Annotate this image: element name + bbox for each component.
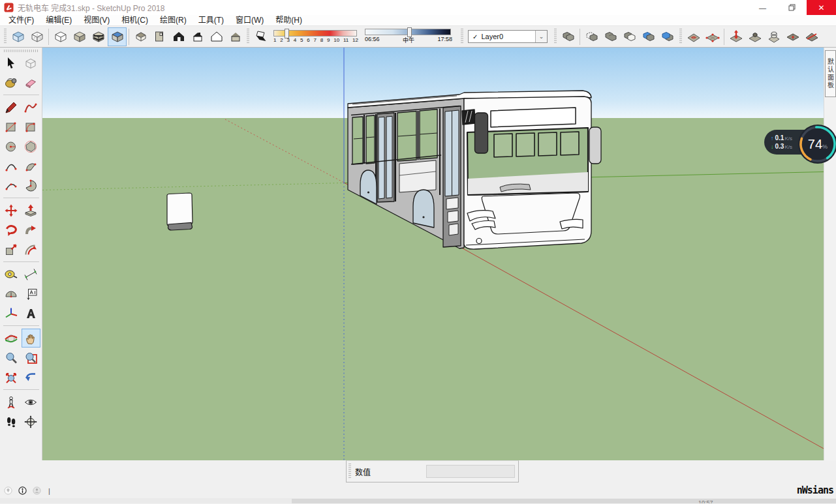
text-tool-button[interactable] [22,284,40,303]
position-camera-tool-button[interactable] [2,393,21,411]
shadow-date-slider[interactable]: 123456789101112 [273,30,358,43]
3d-text-tool-button[interactable] [22,304,40,323]
make-component-tool-button[interactable] [22,53,40,72]
rectangle-tool-button[interactable] [2,117,21,136]
time-slider-handle[interactable] [407,27,412,37]
sandbox-stamp-button[interactable] [745,27,764,46]
zoom-extents-tool-button[interactable] [2,368,21,387]
eraser-tool-button[interactable] [22,73,40,92]
solid-intersect-button[interactable] [582,27,601,46]
layer-dropdown[interactable]: ✓ Layer0 ⌄ [468,30,548,43]
section-plane-tool-button[interactable] [22,412,40,431]
viewport[interactable] [42,48,824,460]
push-pull-tool-button[interactable] [22,201,40,220]
menu-item[interactable]: 窗口(W) [230,15,270,26]
tape-measure-tool-button[interactable] [2,265,21,284]
style-back-edges-button[interactable] [27,27,46,46]
close-button[interactable]: ✕ [807,0,836,15]
menu-item[interactable]: 工具(T) [193,15,230,26]
move-tool-button[interactable] [2,201,21,220]
two-point-arc-tool-button[interactable] [22,156,40,175]
style-shaded-textures-button[interactable] [89,27,108,46]
view-right-button[interactable] [188,27,207,46]
freehand-tool-button[interactable] [22,98,40,117]
solid-split-button[interactable] [658,27,677,46]
sandbox-from-contours-button[interactable] [684,27,703,46]
sandbox-add-detail-button[interactable] [783,27,802,46]
date-slider-handle[interactable] [285,29,289,38]
solid-outer-shell-button[interactable] [559,27,578,46]
protractor-tool-button[interactable] [2,284,21,303]
layer-dropdown-chevron-icon[interactable]: ⌄ [535,31,547,42]
look-around-tool-button[interactable] [22,393,40,411]
scale-tool-button[interactable] [2,240,21,259]
menu-item[interactable]: 编辑(E) [40,15,78,26]
toolbar-grip[interactable] [4,29,7,44]
polygon-tool-button[interactable] [22,137,40,156]
zoom-window-tool-button[interactable] [22,348,40,367]
view-front-button[interactable] [169,27,188,46]
toolbar-grip[interactable] [461,29,463,44]
shadows-toggle-button[interactable] [251,27,270,46]
geolocation-icon[interactable] [4,486,12,495]
small-panel-object[interactable] [167,193,193,230]
date-tick-label: 2 [280,37,283,43]
sandbox-from-scratch-button[interactable] [703,27,722,46]
view-top-button[interactable] [150,27,169,46]
style-shaded-button[interactable] [70,27,89,46]
paint-bucket-tool-button[interactable] [2,73,21,92]
measurements-grip[interactable] [348,464,351,479]
menu-item[interactable]: 视图(V) [78,15,116,26]
rotated-rectangle-tool-button[interactable] [22,117,40,136]
measurements-input[interactable] [426,465,515,478]
style-wireframe-button[interactable] [51,27,70,46]
sandbox-flip-edge-button[interactable] [802,27,821,46]
arc-tool-button[interactable] [2,156,21,175]
minimize-button[interactable]: — [748,0,777,15]
offset-tool-button[interactable] [22,240,40,259]
menu-item[interactable]: 文件(F) [3,15,40,26]
palette-separator [3,95,39,95]
viewport-canvas[interactable] [42,48,824,460]
line-tool-button[interactable] [2,98,21,117]
smoove-icon [728,29,744,44]
monochrome-icon [110,29,125,44]
sandbox-smoove-button[interactable] [726,27,745,46]
zoom-tool-button[interactable] [2,348,21,367]
follow-me-tool-button[interactable] [22,220,40,239]
paint-bucket-icon [3,75,19,91]
palette-grip[interactable] [4,50,38,52]
menu-item[interactable]: 相机(C) [116,15,154,26]
rotate-tool-button[interactable] [2,220,21,239]
three-point-arc-tool-button[interactable] [2,176,21,195]
shadow-time-slider[interactable]: 06:56 中午 17:58 [365,29,452,44]
pan-tool-button[interactable] [22,329,40,348]
view-iso-button[interactable] [131,27,150,46]
style-xray-button[interactable] [8,27,27,46]
dimension-tool-button[interactable] [22,265,40,284]
toolbar-grip[interactable] [554,29,557,44]
credits-icon[interactable] [18,486,27,495]
select-tool-button[interactable] [2,53,21,72]
walk-tool-button[interactable] [2,412,21,431]
restore-button[interactable] [777,0,807,15]
orbit-tool-button[interactable] [2,329,21,348]
menu-item[interactable]: 帮助(H) [270,15,308,26]
circle-tool-button[interactable] [2,137,21,156]
toolbar-grip[interactable] [247,29,249,44]
solid-subtract-button[interactable] [620,27,639,46]
axes-tool-button[interactable] [2,304,21,323]
view-back-button[interactable] [207,27,226,46]
previous-view-tool-button[interactable] [22,368,40,387]
solid-union-button[interactable] [601,27,620,46]
sandbox-drape-button[interactable] [764,27,783,46]
view-left-button[interactable] [226,27,245,46]
default-tray-tab[interactable]: 默认面板 [825,50,836,97]
menu-item[interactable]: 绘图(R) [154,15,193,26]
style-monochrome-button[interactable] [108,27,127,46]
battery-percent-ring[interactable]: 74 % [797,124,836,164]
toolbar-grip[interactable] [679,29,682,44]
solid-trim-button[interactable] [639,27,658,46]
pie-tool-button[interactable] [22,176,40,195]
sign-in-icon[interactable] [33,486,41,495]
